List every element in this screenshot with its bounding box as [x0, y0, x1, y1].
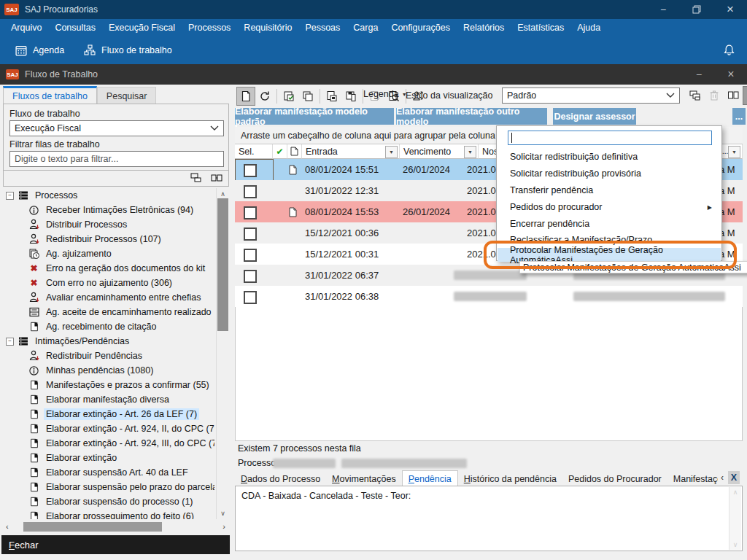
action-button-3[interactable]: Designar assessor: [553, 108, 636, 125]
copy-icon[interactable]: [298, 87, 317, 106]
close-view-icon[interactable]: [743, 86, 747, 105]
tree-item[interactable]: Elaborar manifestação diversa: [3, 392, 214, 407]
tree-item[interactable]: Redistribuir Processos (107): [3, 232, 214, 246]
table-row[interactable]: 31/01/2022 06:38: [235, 286, 743, 307]
detail-tab-manifestações[interactable]: Manifestações: [667, 471, 718, 486]
tree-item[interactable]: Elaborar suspensão Art. 40 da LEF: [3, 465, 214, 480]
tab-pesquisar[interactable]: Pesquisar: [97, 87, 157, 104]
context-menu-item[interactable]: Transferir pendência: [498, 182, 721, 198]
quickbar-fluxo-de-trabalho[interactable]: Fluxo de trabalho: [79, 39, 177, 61]
tree-item[interactable]: Elaborar prosseguimento do feito (6): [3, 509, 214, 519]
context-menu-item[interactable]: Pedidos do procurador▶: [498, 199, 721, 215]
tree-hscrollbar[interactable]: ‹ ›: [3, 521, 228, 534]
row-checkbox[interactable]: [244, 249, 257, 262]
context-menu-item[interactable]: Encerrar pendência: [498, 216, 721, 232]
tree-item[interactable]: Minhas pendências (1080): [3, 363, 214, 378]
tab-fluxos-de-trabalho[interactable]: Fluxos de trabalho: [3, 86, 97, 104]
tree-item[interactable]: Elaborar extinção - Art. 924, II, do CPC…: [3, 421, 214, 436]
tree-item[interactable]: ✖Erro na geração dos documentos do kit: [3, 261, 214, 276]
close-button[interactable]: ×: [713, 0, 747, 19]
menu-execu-o-fiscal[interactable]: Execução Fiscal: [102, 19, 182, 36]
detail-tab-pedidos-do-procurador[interactable]: Pedidos do Procurador: [562, 471, 667, 486]
tree-item[interactable]: −Intimações/Pendências: [3, 334, 214, 349]
filter-input[interactable]: Digite o texto para filtrar...: [9, 151, 224, 167]
fechar-button[interactable]: Fechar: [1, 535, 230, 554]
tree-item[interactable]: Elaborar extinção: [3, 451, 214, 465]
action-button-2[interactable]: Elaborar manifestação outro modelo: [396, 108, 547, 125]
more-actions-button[interactable]: ...: [732, 108, 746, 125]
column-filter-icon[interactable]: ▼: [728, 146, 740, 158]
scroll-left-icon[interactable]: ‹: [6, 522, 9, 531]
detail-tab-movimentações[interactable]: Movimentações: [326, 471, 402, 486]
tile-windows-icon[interactable]: [724, 86, 743, 105]
tree-hscroll-thumb[interactable]: [23, 522, 162, 532]
restore-button[interactable]: [680, 0, 713, 19]
menu-processos[interactable]: Processos: [182, 19, 237, 36]
menu-arquivo[interactable]: Arquivo: [4, 19, 48, 36]
row-checkbox[interactable]: [244, 206, 257, 219]
tree-item[interactable]: Distribuir Processos: [3, 217, 214, 232]
scroll-down-icon[interactable]: ∨: [217, 510, 229, 517]
menu-ajuda[interactable]: Ajuda: [570, 19, 607, 36]
refresh-icon[interactable]: [255, 87, 274, 106]
tree-item[interactable]: Elaborar extinção - Art. 924, III, do CP…: [3, 436, 214, 451]
context-menu-filter-input[interactable]: [508, 131, 712, 145]
tree-item[interactable]: Avaliar encaminhamento entre chefias: [3, 290, 214, 305]
doc-save-icon[interactable]: [322, 87, 341, 106]
tree-item[interactable]: −Processos: [3, 188, 214, 203]
col-header-vencimento[interactable]: Vencimento▼: [400, 144, 479, 159]
expand-tree-icon[interactable]: [190, 173, 202, 183]
tabs-scroll-left-icon[interactable]: ‹: [721, 472, 724, 483]
column-filter-icon[interactable]: ▼: [464, 146, 476, 158]
cascade-windows-icon[interactable]: [686, 86, 705, 105]
doc-check-icon[interactable]: [279, 87, 298, 106]
flow-select[interactable]: Execução Fiscal: [9, 120, 224, 136]
col-header-entrada[interactable]: Entrada▼: [302, 144, 400, 159]
context-menu-item[interactable]: Solicitar redistribuição provisória: [498, 166, 721, 182]
tree-vscroll-thumb[interactable]: [217, 198, 228, 331]
tree-item[interactable]: Manifestações e prazos a confirmar (55): [3, 378, 214, 392]
collapse-tree-icon[interactable]: [211, 173, 222, 183]
collapse-icon[interactable]: −: [6, 338, 14, 346]
tree-item[interactable]: Elaborar extinção - Art. 26 da LEF (7): [3, 407, 214, 421]
collapse-icon[interactable]: −: [6, 192, 14, 200]
row-checkbox[interactable]: [244, 291, 257, 304]
detail-tab-dados-do-processo[interactable]: Dados do Processo: [235, 471, 326, 486]
trash-icon[interactable]: [705, 86, 724, 105]
notifications-bell-icon[interactable]: [723, 44, 735, 57]
menu-configura-es[interactable]: Configurações: [384, 19, 457, 36]
tree-item[interactable]: Elaborar suspensão pelo prazo do parcela…: [3, 480, 214, 494]
column-filter-icon[interactable]: ▼: [385, 146, 398, 158]
tree-item[interactable]: Receber Intimações Eletrônicas (94): [3, 203, 214, 217]
minimize-button[interactable]: −: [646, 0, 680, 19]
action-button-1[interactable]: Elaborar manifestação modelo padrão: [235, 108, 394, 125]
inner-minimize-button[interactable]: −: [683, 64, 715, 85]
col-header-doc[interactable]: [287, 144, 302, 159]
save-doc-icon[interactable]: [341, 87, 360, 106]
detail-tab-pendência[interactable]: Pendência: [402, 470, 458, 486]
col-header-check[interactable]: ✔: [273, 144, 287, 159]
tree-item[interactable]: Redistribuir Pendências: [3, 349, 214, 363]
tree-item[interactable]: Elaborar suspensão do processo (1): [3, 494, 214, 509]
menu-consultas[interactable]: Consultas: [48, 19, 102, 36]
close-detail-panel-button[interactable]: X: [728, 471, 740, 484]
tree-item[interactable]: ✖Com erro no ajuizamento (306): [3, 276, 214, 290]
pendencia-vscrollbar[interactable]: ∧ ∨: [729, 487, 741, 550]
scroll-right-icon[interactable]: ›: [222, 522, 225, 531]
context-menu-item[interactable]: Solicitar redistribuição definitiva: [498, 149, 721, 165]
row-checkbox[interactable]: [244, 185, 257, 198]
tree-item[interactable]: Ag. aceite de encaminhamento realizado: [3, 305, 214, 319]
view-style-select[interactable]: Padrão: [502, 88, 680, 104]
inner-close-button[interactable]: ×: [715, 64, 747, 85]
detail-tab-histórico-da-pendência[interactable]: Histórico da pendência: [458, 471, 562, 486]
row-checkbox[interactable]: [244, 270, 257, 283]
menu-estat-sticas[interactable]: Estatísticas: [511, 19, 570, 36]
col-header-sel[interactable]: Sel.: [235, 144, 273, 159]
menu-pessoas[interactable]: Pessoas: [298, 19, 347, 36]
quickbar-agenda[interactable]: Agenda: [10, 39, 69, 61]
tree-vscrollbar[interactable]: ∧ ∨: [216, 188, 229, 519]
menu-carga[interactable]: Carga: [347, 19, 384, 36]
row-checkbox[interactable]: [244, 228, 257, 241]
row-checkbox[interactable]: [244, 164, 257, 177]
new-doc-icon[interactable]: [236, 87, 255, 106]
